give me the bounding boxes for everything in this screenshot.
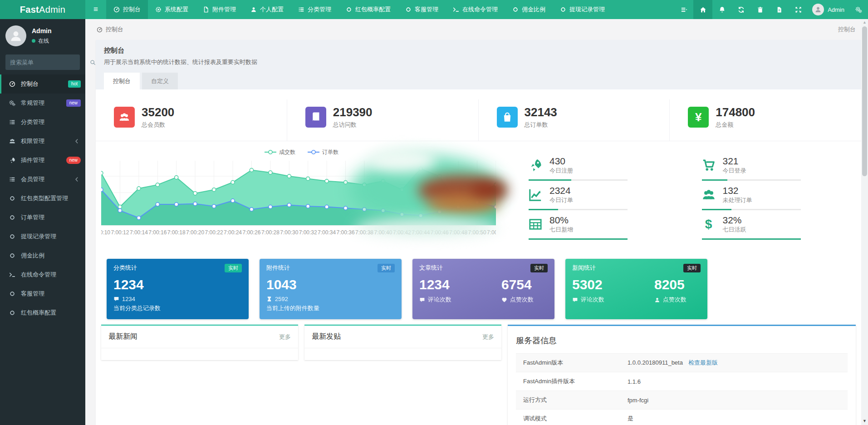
person-icon	[654, 297, 660, 303]
sidebar-item-提现记录管理[interactable]: 提现记录管理	[0, 227, 85, 246]
cart-icon	[702, 158, 716, 172]
mini-stat-value: 80%	[549, 215, 573, 226]
stat-总会员数: 35200总会员数	[96, 99, 287, 141]
chart-section: 成交数订单数 7:00:107:00:127:00:147:00:167:00:…	[96, 141, 861, 240]
mini-stat-今日登录: 321今日登录	[702, 151, 848, 181]
home-icon	[700, 6, 706, 13]
list-icon	[298, 6, 304, 13]
sidebar-item-常规管理[interactable]: 常规管理new	[0, 94, 85, 113]
check-latest-link[interactable]: 检查最新版	[688, 359, 718, 366]
tabs-menu-button[interactable]	[674, 0, 693, 19]
topnav-item[interactable]: 附件管理	[196, 0, 243, 19]
topnav-item[interactable]: 佣金比例	[505, 0, 553, 19]
sidebar-item-订单管理[interactable]: 订单管理	[0, 208, 85, 227]
sidebar-item-红包概率配置[interactable]: 红包概率配置	[0, 303, 85, 322]
home-button[interactable]	[693, 0, 712, 19]
topnav-item[interactable]: 系统配置	[148, 0, 196, 19]
mini-stat-progress	[529, 238, 628, 240]
sidebar-user-name: Admin	[32, 27, 52, 35]
realtime-badge: 实时	[378, 264, 395, 272]
notifications-button[interactable]	[712, 0, 731, 19]
card-metric: 10432592	[266, 272, 297, 302]
refresh-button[interactable]	[731, 0, 750, 19]
sidebar-toggle-button[interactable]: ≡	[85, 0, 106, 19]
legend-marker-icon	[264, 149, 277, 155]
main-content: 控制台 控制台 控制台 用于展示当前系统中的统计数据、统计报表及重要实时数据 控…	[85, 19, 861, 425]
app-logo[interactable]: FastAdmin	[0, 0, 85, 19]
topnav-item[interactable]: 个人配置	[243, 0, 291, 19]
topnav-item[interactable]: 控制台	[106, 0, 148, 19]
svg-text:7:00:24: 7:00:24	[224, 229, 242, 236]
server-info-value: 1.1.6	[620, 372, 848, 391]
menu-search-input[interactable]	[10, 59, 90, 66]
server-info-label: 调试模式	[516, 410, 620, 425]
bottom-panels: 最新新闻 更多 最新发贴 更多 服务器信息 FastAdmin版本1.0.0.2…	[96, 319, 861, 425]
more-link[interactable]: 更多	[482, 333, 494, 341]
search-icon[interactable]	[90, 59, 96, 65]
legend-label: 订单数	[322, 148, 338, 156]
refresh-icon	[738, 6, 745, 13]
scroll-down-arrow-icon[interactable]: ▼	[861, 418, 868, 424]
users-icon	[119, 112, 130, 123]
terminal-icon	[453, 6, 459, 13]
stat-总订单数: 32143总订单数	[479, 99, 670, 141]
bag-icon	[502, 112, 513, 123]
stat-icon-tile	[497, 107, 518, 128]
svg-text:7:00:44: 7:00:44	[412, 229, 430, 236]
stat-总访问数: 219390总访问数	[287, 99, 479, 141]
comment-icon	[419, 297, 425, 303]
topnav-item[interactable]: 提现记录管理	[553, 0, 612, 19]
mini-stat-label: 今日注册	[549, 167, 573, 175]
sidebar-item-分类管理[interactable]: 分类管理	[0, 113, 85, 132]
sidebar-user-panel: Admin 在线	[0, 19, 85, 53]
stat-label: 总访问数	[333, 121, 373, 129]
fullscreen-button[interactable]	[789, 0, 808, 19]
circle-icon	[8, 252, 16, 259]
more-link[interactable]: 更多	[279, 333, 291, 341]
realtime-badge: 实时	[530, 264, 548, 272]
scrollbar-thumb[interactable]	[862, 26, 867, 176]
bell-icon	[719, 6, 726, 13]
tab-控制台[interactable]: 控制台	[104, 73, 140, 89]
server-info-label: FastAdmin版本	[516, 354, 620, 372]
sidebar-item-控制台[interactable]: 控制台hot	[0, 74, 85, 94]
sidebar-item-插件管理[interactable]: 插件管理new	[0, 151, 85, 170]
sidebar-item-label: 分类管理	[21, 118, 81, 126]
scrollbar[interactable]: ▲ ▼	[861, 19, 868, 425]
topnav-item[interactable]: 客服管理	[398, 0, 446, 19]
topnav-item[interactable]: 分类管理	[291, 0, 338, 19]
svg-text:7:00:22: 7:00:22	[205, 229, 223, 236]
sidebar-item-在线命令管理[interactable]: 在线命令管理	[0, 265, 85, 284]
card-metric: 5302评论次数	[572, 272, 604, 304]
sidebar-item-客服管理[interactable]: 客服管理	[0, 284, 85, 303]
topnav-item[interactable]: 在线命令管理	[446, 0, 505, 19]
sidebar-item-label: 在线命令管理	[21, 271, 81, 279]
area-chart[interactable]: 7:00:107:00:127:00:147:00:167:00:187:00:…	[101, 157, 496, 237]
dashboard-icon	[8, 81, 16, 87]
breadcrumb-current[interactable]: 控制台	[97, 25, 123, 34]
sidebar-item-佣金比例[interactable]: 佣金比例	[0, 246, 85, 265]
sidebar-item-红包类型配置管理[interactable]: 红包类型配置管理	[0, 189, 85, 208]
latest-news-panel: 最新新闻 更多	[101, 325, 298, 360]
sidebar-item-label: 订单管理	[21, 213, 81, 222]
user-menu[interactable]: Admin	[808, 0, 849, 19]
server-info-label: 运行方式	[516, 391, 620, 410]
legend-item-成交数[interactable]: 成交数	[264, 148, 295, 156]
sidebar-item-权限管理[interactable]: 权限管理	[0, 132, 85, 151]
clear-cache-button[interactable]	[750, 0, 770, 19]
topnav-item[interactable]: 红包概率配置	[338, 0, 398, 19]
server-info-panel: 服务器信息 FastAdmin版本1.0.0.20180911_beta检查最新…	[508, 325, 856, 425]
sidebar-search	[5, 54, 80, 70]
legend-item-订单数[interactable]: 订单数	[307, 148, 338, 156]
avatar[interactable]	[5, 25, 26, 46]
tab-自定义[interactable]: 自定义	[142, 73, 178, 89]
hamburger-icon: ≡	[93, 5, 98, 14]
card-value: 8205	[654, 277, 687, 293]
breadcrumb: 控制台 控制台	[85, 19, 861, 40]
sidebar-item-会员管理[interactable]: 会员管理	[0, 170, 85, 189]
scroll-up-arrow-icon[interactable]: ▲	[861, 19, 868, 25]
log-button[interactable]	[770, 0, 789, 19]
preferences-button[interactable]	[849, 0, 868, 19]
sidebar-badge: new	[66, 99, 81, 107]
sidebar-badge: new	[66, 157, 81, 164]
